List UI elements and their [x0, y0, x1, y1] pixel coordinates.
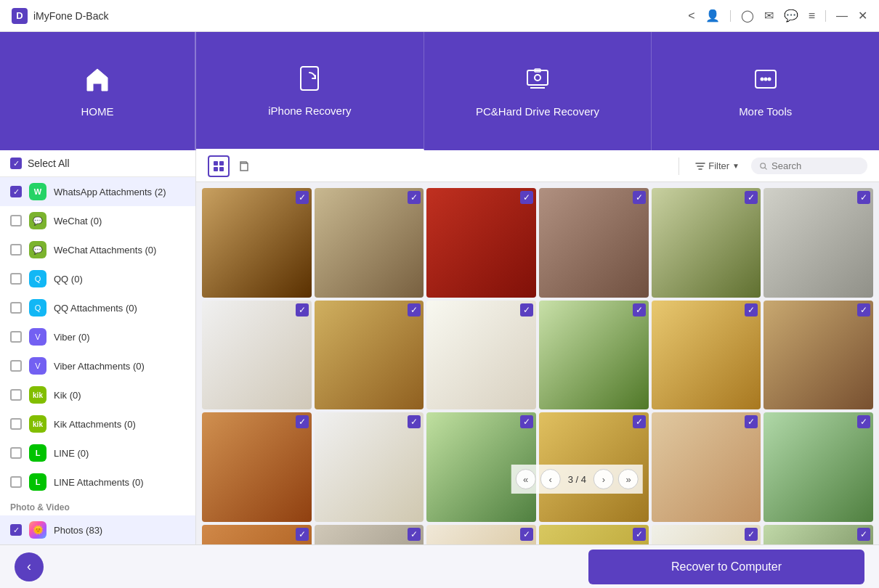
svg-point-8 [767, 78, 771, 81]
photo-cell-12[interactable]: ✓ [763, 301, 873, 410]
kik-checkbox[interactable] [10, 389, 22, 401]
photo-check-3[interactable]: ✓ [520, 191, 533, 204]
photo-cell-6[interactable]: ✓ [763, 188, 873, 298]
photo-check-1[interactable]: ✓ [296, 191, 309, 204]
photo-cell-22[interactable]: ✓ [539, 525, 649, 544]
line-att-icon: L [29, 473, 46, 491]
photo-check-15[interactable]: ✓ [520, 415, 533, 428]
photo-cell-18[interactable]: ✓ [763, 412, 873, 522]
recover-button[interactable]: Recover to Computer [588, 550, 864, 584]
menu-icon[interactable]: ≡ [809, 9, 815, 23]
file-view-button[interactable] [234, 155, 256, 177]
photo-check-5[interactable]: ✓ [745, 191, 758, 204]
photo-cell-8[interactable]: ✓ [315, 301, 424, 410]
sidebar-item-viber[interactable]: V Viber (0) [0, 322, 195, 351]
close-icon[interactable]: ✕ [858, 9, 867, 23]
photo-check-18[interactable]: ✓ [857, 415, 870, 428]
photo-check-24[interactable]: ✓ [857, 528, 870, 541]
kik-att-checkbox[interactable] [10, 418, 22, 430]
photo-check-16[interactable]: ✓ [633, 415, 646, 428]
photo-cell-19[interactable]: ✓ [202, 525, 312, 544]
photo-check-19[interactable]: ✓ [296, 528, 309, 541]
photo-cell-24[interactable]: ✓ [763, 525, 873, 544]
photo-cell-14[interactable]: ✓ [315, 412, 424, 522]
sidebar-item-qq[interactable]: Q QQ (0) [0, 264, 195, 293]
page-info: 3 / 4 [565, 474, 589, 485]
sidebar-item-line[interactable]: L LINE (0) [0, 438, 195, 467]
photo-check-17[interactable]: ✓ [745, 415, 758, 428]
wechat-checkbox[interactable] [10, 215, 22, 226]
photo-check-14[interactable]: ✓ [408, 415, 421, 428]
first-page-button[interactable]: « [516, 469, 536, 489]
filter-button[interactable]: Filter ▼ [689, 158, 745, 174]
photo-check-4[interactable]: ✓ [633, 191, 646, 204]
wechat-att-checkbox[interactable] [10, 244, 22, 256]
photo-cell-5[interactable]: ✓ [652, 188, 761, 298]
mail-icon[interactable]: ✉ [764, 9, 774, 23]
sidebar-item-kik[interactable]: kik Kik (0) [0, 380, 195, 409]
location-icon[interactable]: ◯ [741, 9, 754, 23]
minimize-icon[interactable]: — [836, 9, 848, 23]
viber-att-checkbox[interactable] [10, 360, 22, 372]
prev-page-button[interactable]: ‹ [540, 469, 561, 489]
sidebar-item-kik-attachments[interactable]: kik Kik Attachments (0) [0, 409, 195, 438]
nav-home-label: HOME [81, 105, 114, 118]
photo-cell-13[interactable]: ✓ [202, 412, 312, 522]
photo-check-8[interactable]: ✓ [408, 303, 421, 317]
nav-pc-recovery[interactable]: PC&Hard Drive Recovery [424, 32, 652, 150]
nav-iphone-recovery[interactable]: iPhone Recovery [196, 32, 424, 150]
photo-check-12[interactable]: ✓ [857, 303, 870, 317]
grid-view-button[interactable] [208, 155, 230, 177]
photo-cell-2[interactable]: ✓ [315, 188, 424, 298]
share-icon[interactable]: < [688, 9, 694, 23]
chat-icon[interactable]: 💬 [784, 9, 798, 23]
photo-cell-7[interactable]: ✓ [202, 301, 312, 410]
photo-cell-3[interactable]: ✓ [426, 188, 536, 298]
photo-cell-17[interactable]: ✓ [652, 412, 761, 522]
toolbar-right: Filter ▼ [674, 158, 867, 175]
sidebar-item-qq-attachments[interactable]: Q QQ Attachments (0) [0, 293, 195, 322]
nav-home[interactable]: HOME [0, 32, 196, 150]
sidebar-item-wechat[interactable]: 💬 WeChat (0) [0, 206, 195, 235]
photo-cell-10[interactable]: ✓ [539, 301, 649, 410]
sidebar-item-photos[interactable]: ✓ 🌞 Photos (83) [0, 515, 195, 544]
photo-check-6[interactable]: ✓ [857, 191, 870, 204]
user-icon[interactable]: 👤 [705, 9, 720, 23]
photo-check-11[interactable]: ✓ [745, 303, 758, 317]
search-input[interactable] [771, 160, 859, 171]
sidebar-item-wechat-attachments[interactable]: 💬 WeChat Attachments (0) [0, 235, 195, 264]
select-all-row[interactable]: ✓ Select All [0, 150, 195, 177]
photo-check-9[interactable]: ✓ [520, 303, 533, 317]
photo-check-20[interactable]: ✓ [408, 528, 421, 541]
next-page-button[interactable]: › [594, 469, 614, 489]
viber-checkbox[interactable] [10, 331, 22, 343]
photo-cell-4[interactable]: ✓ [539, 188, 649, 298]
photo-check-10[interactable]: ✓ [633, 303, 646, 317]
photo-check-7[interactable]: ✓ [296, 303, 309, 317]
line-att-checkbox[interactable] [10, 476, 22, 488]
photos-checkbox[interactable]: ✓ [10, 524, 22, 536]
nav-pc-label: PC&Hard Drive Recovery [476, 105, 599, 118]
photo-check-23[interactable]: ✓ [745, 528, 758, 541]
photo-cell-20[interactable]: ✓ [315, 525, 424, 544]
photo-cell-21[interactable]: ✓ [426, 525, 536, 544]
line-checkbox[interactable] [10, 447, 22, 459]
last-page-button[interactable]: » [618, 469, 639, 489]
photo-cell-9[interactable]: ✓ [426, 301, 536, 410]
photo-check-21[interactable]: ✓ [520, 528, 533, 541]
photo-cell-1[interactable]: ✓ [202, 188, 312, 298]
back-button[interactable]: ‹ [15, 552, 44, 581]
photo-check-2[interactable]: ✓ [408, 191, 421, 204]
sidebar-item-viber-attachments[interactable]: V Viber Attachments (0) [0, 351, 195, 380]
whatsapp-attachments-checkbox[interactable]: ✓ [10, 186, 22, 197]
select-all-checkbox[interactable]: ✓ [10, 158, 22, 169]
qq-att-checkbox[interactable] [10, 302, 22, 314]
photo-cell-11[interactable]: ✓ [652, 301, 761, 410]
sidebar-item-line-attachments[interactable]: L LINE Attachments (0) [0, 467, 195, 497]
photo-check-22[interactable]: ✓ [633, 528, 646, 541]
qq-checkbox[interactable] [10, 273, 22, 285]
photo-check-13[interactable]: ✓ [296, 415, 309, 428]
photo-cell-23[interactable]: ✓ [652, 525, 761, 544]
sidebar-item-whatsapp-attachments[interactable]: ✓ W WhatsApp Attachments (2) [0, 177, 195, 206]
nav-more-tools[interactable]: More Tools [652, 32, 879, 150]
